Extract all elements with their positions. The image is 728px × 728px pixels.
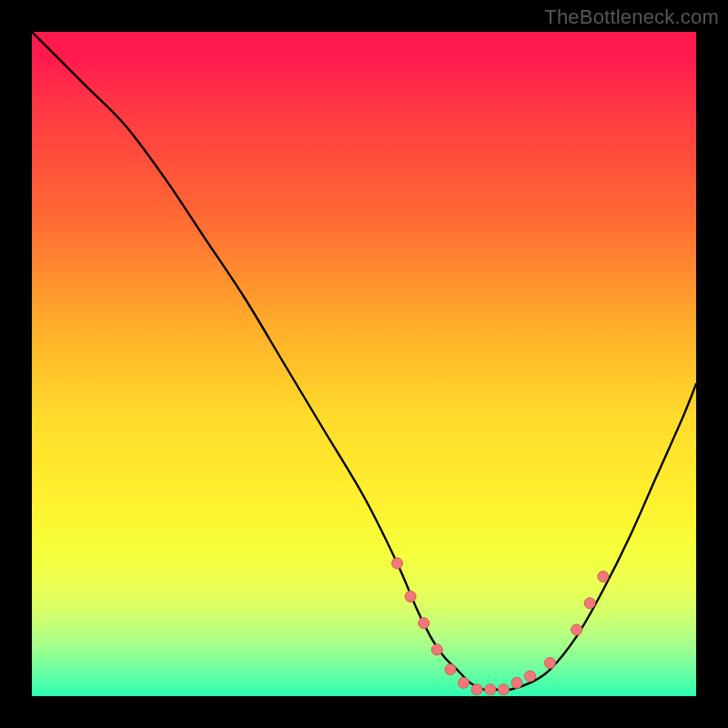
bottleneck-curve xyxy=(32,32,696,690)
curve-dot xyxy=(571,624,582,635)
curve-dot xyxy=(471,684,482,695)
curve-dot xyxy=(498,684,509,695)
curve-dot xyxy=(598,571,609,582)
curve-layer xyxy=(32,32,696,696)
plot-area xyxy=(32,32,696,696)
curve-dots xyxy=(392,558,609,695)
curve-dot xyxy=(431,644,442,655)
curve-dot xyxy=(445,664,456,675)
curve-dot xyxy=(419,618,430,629)
curve-dot xyxy=(485,684,496,695)
curve-dot xyxy=(459,677,470,688)
curve-dot xyxy=(511,677,522,688)
curve-dot xyxy=(584,598,595,609)
watermark: TheBottleneck.com xyxy=(544,5,719,29)
chart-frame: TheBottleneck.com xyxy=(0,0,728,728)
curve-dot xyxy=(544,658,555,669)
curve-dot xyxy=(405,592,416,602)
curve-dot xyxy=(392,558,403,569)
curve-dot xyxy=(525,671,536,682)
